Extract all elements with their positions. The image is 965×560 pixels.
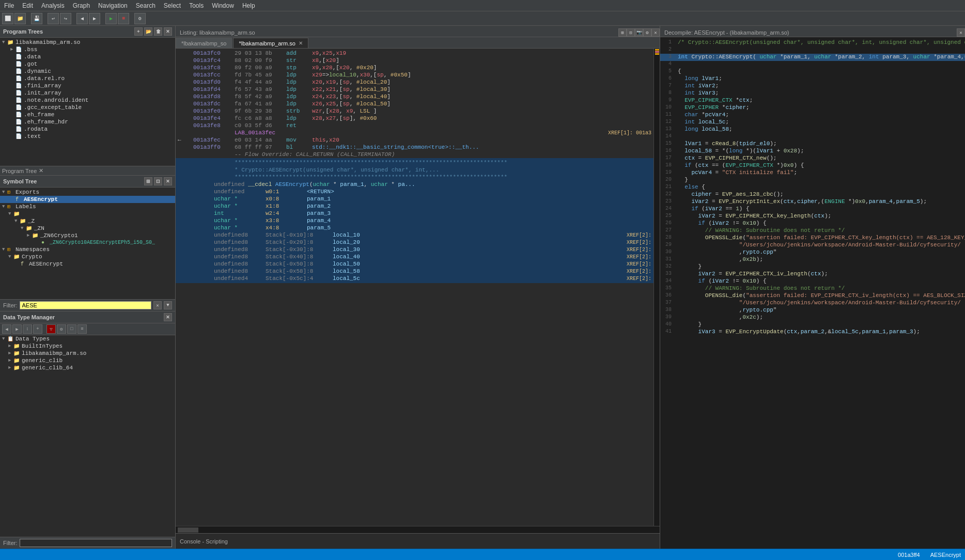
sym-crypto[interactable]: ▼ 📁 Crypto [0, 253, 175, 260]
dc-icon-close[interactable]: ✕ [957, 28, 965, 37]
pt-icon-new[interactable]: + [134, 27, 143, 36]
dc-linenum: 8 [660, 90, 676, 97]
decompiler-content[interactable]: 1 /* Crypto::AESEncrypt(unsigned char*, … [660, 37, 965, 549]
asm-hscrollbar[interactable] [176, 526, 660, 533]
tree-item-text[interactable]: 📄 .text [0, 133, 175, 140]
dc-code: iVar3 = EVP_EncryptUpdate(ctx,param_2,&l… [676, 329, 965, 336]
st-icon-1[interactable]: ⊞ [144, 177, 152, 185]
tree-item-data-rel-ro[interactable]: 📄 .data.rel.ro [0, 75, 175, 82]
dtm-btn-6[interactable]: □ [67, 324, 76, 334]
sym-aesencrypt[interactable]: f AESEncrypt [0, 196, 175, 203]
tree-item-root[interactable]: ▼ 📁 libakamaibmp_arm.so [0, 39, 175, 46]
center-icon-2[interactable]: ⊡ [627, 28, 635, 37]
asm-bytes: 9f 6b 29 38 [235, 108, 286, 114]
toolbar-run[interactable]: ▶ [105, 13, 117, 24]
filter-bottom-input[interactable] [20, 539, 173, 547]
symbol-tree-header: Symbol Tree ⊞ ⊡ ✕ [0, 176, 175, 188]
filter-clear-button[interactable]: ✕ [153, 301, 162, 309]
menu-search[interactable]: Search [132, 1, 160, 10]
hscroll-thumb[interactable] [178, 527, 198, 533]
menu-graph[interactable]: Graph [69, 1, 94, 10]
tree-item-data[interactable]: 📄 .data [0, 53, 175, 60]
pt-icon-delete[interactable]: 🗑 [154, 27, 162, 36]
menu-navigation[interactable]: Navigation [94, 1, 132, 10]
menu-help[interactable]: Help [238, 1, 259, 10]
toolbar-save[interactable]: 💾 [31, 13, 42, 24]
sym-labels[interactable]: ▼ ⊞ Labels [0, 203, 175, 210]
program-tree-tab[interactable]: Program Tree ✕ [0, 166, 175, 175]
toolbar-new[interactable]: ⬜ [2, 13, 13, 24]
center-icon-close[interactable]: ✕ [651, 28, 660, 37]
dc-line-3: 3 int Crypto::AESEncrypt( uchar *param_1… [660, 54, 965, 61]
pt-icon-close[interactable]: ✕ [164, 27, 172, 36]
param-reg: x0:8 [266, 196, 307, 202]
filter-options-button[interactable]: ▼ [164, 301, 172, 309]
toolbar-undo[interactable]: ↩ [48, 13, 59, 24]
dtm-builtin[interactable]: ► 📁 BuiltInTypes [0, 343, 175, 350]
asm-addr: 001a3fd4 [193, 86, 235, 92]
st-icon-close[interactable]: ✕ [164, 177, 172, 185]
tree-item-gcc[interactable]: 📄 .gcc_except_table [0, 104, 175, 111]
dtm-generic64[interactable]: ► 📁 generic_clib_64 [0, 364, 175, 371]
dc-linenum: 15 [660, 141, 676, 148]
sym-zn[interactable]: ▼ 📁 _ZN [0, 225, 175, 232]
dtm-btn-1[interactable]: ◀ [2, 324, 11, 334]
menu-select[interactable]: Select [160, 1, 185, 10]
menu-analysis[interactable]: Analysis [37, 1, 69, 10]
toolbar-stop[interactable]: ■ [118, 13, 129, 24]
tree-item-eh-frame[interactable]: 📄 .eh_frame [0, 111, 175, 118]
tree-item-fini-array[interactable]: 📄 .fini_array [0, 82, 175, 89]
sym-zn6-item[interactable]: ● _ZN6Crypto10AESEncryptEPh5_i50_S0_ [0, 239, 175, 246]
tree-item-init-array[interactable]: 📄 .init_array [0, 89, 175, 97]
dtm-btn-4[interactable]: + [33, 324, 42, 334]
sym-z[interactable]: ▼ 📁 _Z [0, 217, 175, 225]
sym-aesencrypt-label: AESEncrypt [24, 196, 58, 203]
tree-item-eh-frame-hdr[interactable]: 📄 .eh_frame_hdr [0, 118, 175, 126]
sym-zn6[interactable]: ► 📁 _ZN6Crypto1 [0, 232, 175, 239]
center-icon-3[interactable]: 📷 [635, 28, 643, 37]
dc-code [676, 133, 965, 141]
tree-item-got[interactable]: 📄 .got [0, 60, 175, 68]
asm-content[interactable]: 001a3fc0 29 03 13 8b add x9,x25,x19 001a… [176, 49, 653, 526]
center-icon-1[interactable]: ⊞ [618, 28, 627, 37]
tab-lba2[interactable]: *lbakamaibmp_arm.so ✕ [233, 38, 308, 48]
dtm-data-types[interactable]: ▼ 📋 Data Types [0, 335, 175, 343]
toolbar-redo[interactable]: ↪ [60, 13, 71, 24]
sym-namespaces[interactable]: ▼ ⊞ Namespaces [0, 246, 175, 253]
pt-icon-open[interactable]: 📂 [144, 27, 152, 36]
menu-tools[interactable]: Tools [185, 1, 208, 10]
filter-input[interactable] [20, 301, 152, 309]
dtm-generic[interactable]: ► 📁 generic_clib [0, 357, 175, 364]
dtm-btn-3[interactable]: ↕ [23, 324, 32, 334]
st-icon-2[interactable]: ⊡ [154, 177, 162, 185]
toolbar-open[interactable]: 📁 [14, 13, 26, 24]
tab2-close[interactable]: ✕ [299, 40, 303, 46]
menu-file[interactable]: File [0, 1, 18, 10]
dtm-btn-2[interactable]: ▶ [12, 324, 22, 334]
dtm-btn-7[interactable]: ≡ [77, 324, 87, 334]
dtm-libaka[interactable]: ► 📁 libakamaibmp_arm.so [0, 350, 175, 357]
menu-edit[interactable]: Edit [18, 1, 37, 10]
toolbar-forward[interactable]: ▶ [89, 13, 100, 24]
dc-linenum: 17 [660, 155, 676, 162]
dc-linenum: 28 [660, 235, 676, 242]
sym-aes2[interactable]: f AESEncrypt [0, 260, 175, 268]
dtm-btn-5[interactable]: ⚙ [57, 324, 66, 334]
sym-folder[interactable]: ▼ 📁 [0, 210, 175, 217]
folder-icon: 📁 [13, 357, 21, 364]
dtm-icon-close[interactable]: ✕ [164, 313, 172, 321]
tree-arrow: ▼ [2, 247, 7, 252]
tree-item-dynamic[interactable]: 📄 .dynamic [0, 68, 175, 75]
center-icon-4[interactable]: ⚙ [643, 28, 651, 37]
tree-item-rodata[interactable]: 📄 .rodata [0, 126, 175, 133]
dtm-btn-filter[interactable]: ▽ [46, 324, 56, 334]
tab-lba1[interactable]: *lbakamaibmp_so [176, 38, 232, 48]
sym-exports[interactable]: ▼ ⊞ Exports [0, 189, 175, 196]
toolbar-settings[interactable]: ⚙ [134, 13, 146, 24]
menu-window[interactable]: Window [208, 1, 238, 10]
tree-item-bss[interactable]: ► 📄 .bss [0, 46, 175, 53]
local-xref: XREF[2]: [627, 247, 651, 253]
tree-item-note[interactable]: 📄 .note.android.ident [0, 97, 175, 104]
toolbar-back[interactable]: ◀ [76, 13, 88, 24]
program-tree-tab-close[interactable]: ✕ [39, 167, 43, 174]
